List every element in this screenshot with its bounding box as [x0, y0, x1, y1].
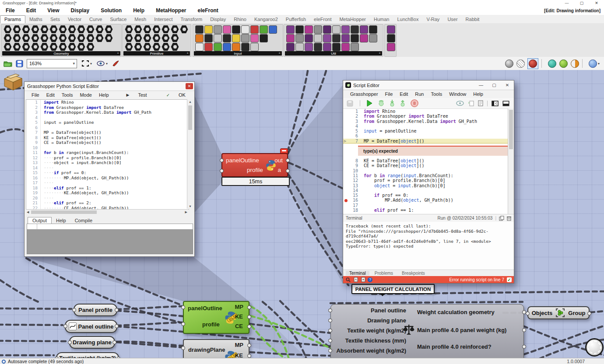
toolbar-icon[interactable]	[314, 25, 322, 34]
toolbar-icon[interactable]	[332, 34, 341, 42]
toolbar-icon[interactable]	[295, 25, 304, 34]
code-line[interactable]: 16 MP.Add(object, GH_Path(b))	[343, 198, 509, 203]
tab-kangaroo2[interactable]: Kangaroo2	[250, 16, 282, 23]
toolbar-icon[interactable]	[232, 25, 240, 34]
v-scrollbar[interactable]	[508, 108, 514, 214]
step-out-icon[interactable]	[400, 100, 406, 107]
gutter[interactable]: 11	[343, 173, 361, 178]
output-tab-help[interactable]: Help	[52, 217, 70, 224]
code-line[interactable]: 12 prof = profile.Branch(b)[0]	[343, 178, 509, 183]
toolbar-icon[interactable]	[171, 34, 179, 42]
minimize-button[interactable]: —	[559, 1, 574, 5]
toolbar-icon[interactable]	[68, 34, 76, 42]
toolbar-icon[interactable]	[241, 25, 249, 34]
toolbar-icon[interactable]	[77, 25, 85, 34]
input-port[interactable]	[328, 329, 332, 332]
restart-icon[interactable]	[378, 100, 385, 107]
toolbar-icon[interactable]	[22, 34, 30, 42]
code-line[interactable]: 4	[26, 115, 189, 120]
output-port[interactable]	[247, 315, 251, 319]
ghpython-component-drawingplane[interactable]: drawingPlane OLD MP KE	[183, 339, 249, 358]
output-port[interactable]	[522, 328, 526, 332]
preview-green-icon[interactable]	[559, 60, 568, 68]
input-port[interactable]	[220, 158, 224, 162]
toolbar-icon[interactable]	[31, 25, 39, 34]
code-line[interactable]: 21····elif prof == 2:	[26, 200, 189, 206]
toolbar-icon[interactable]	[77, 43, 85, 51]
tab-display[interactable]: Display	[206, 16, 230, 23]
tab-user[interactable]: User	[443, 16, 461, 23]
toolbar-icon[interactable]	[59, 34, 67, 42]
output-tab-compile[interactable]: Compile	[70, 217, 97, 224]
toolbar-icon[interactable]	[332, 43, 341, 51]
toolbar-icon[interactable]	[351, 43, 359, 51]
gutter[interactable]: 17	[343, 203, 361, 208]
code-line[interactable]: 2from Grasshopper import DataTree	[26, 105, 189, 110]
wire[interactable]	[116, 322, 182, 326]
stop-icon[interactable]	[411, 99, 418, 107]
code-line[interactable]: 10	[26, 145, 189, 150]
gutter[interactable]: 16	[343, 198, 361, 203]
wire[interactable]	[0, 341, 67, 341]
toolbar-icon[interactable]	[195, 34, 204, 42]
gutter[interactable]: 4	[343, 124, 361, 129]
toolbar-icon[interactable]	[369, 25, 377, 34]
menu-view[interactable]: View	[42, 7, 65, 14]
menu-window[interactable]: Window	[446, 91, 470, 97]
toolbar-icon[interactable]	[351, 25, 359, 34]
custom-preview-selected[interactable]	[527, 58, 538, 69]
wire[interactable]	[590, 311, 604, 312]
preview-eye-icon[interactable]: ▾	[96, 60, 108, 66]
toolbar-icon[interactable]	[77, 34, 85, 42]
input-port[interactable]	[72, 308, 76, 312]
tab-params[interactable]: Params	[0, 15, 25, 23]
ribbon-expand-icon[interactable]: +	[186, 51, 189, 55]
input-port[interactable]	[220, 169, 224, 173]
wire[interactable]	[0, 129, 25, 133]
menu-help[interactable]: Help	[95, 92, 112, 98]
code-line[interactable]: 2from Grasshopper import DataTree	[343, 114, 509, 119]
tab-maths[interactable]: Maths	[25, 16, 46, 23]
toolbar-icon[interactable]	[4, 43, 12, 51]
code-line[interactable]: 6	[343, 133, 509, 138]
toolbar-icon[interactable]	[59, 43, 67, 51]
toolbar-icon[interactable]	[40, 34, 49, 42]
toolbar-icon[interactable]	[95, 34, 104, 42]
code-line[interactable]: 4	[343, 124, 509, 129]
terminal-tab-problems[interactable]: Problems	[371, 271, 397, 276]
toolbar-icon[interactable]	[4, 34, 12, 42]
tab-intersect[interactable]: Intersect	[150, 16, 176, 23]
toolbar-icon[interactable]	[305, 43, 313, 51]
code-line[interactable]: 5input = panelOutline	[343, 129, 509, 133]
toolbar-icon[interactable]	[241, 43, 249, 51]
toolbar-icon[interactable]	[223, 43, 231, 51]
tab-elefront[interactable]: eleFront	[310, 16, 335, 23]
close-button[interactable]: ✕	[589, 1, 604, 5]
toolbar-icon[interactable]	[195, 43, 204, 51]
input-port[interactable]	[328, 308, 332, 312]
menu-solution[interactable]: Solution	[95, 7, 127, 14]
toolbar-icon[interactable]	[286, 25, 295, 34]
script-editor-window[interactable]: Script Editor — ▢ ✕ GrasshopperFileEditR…	[343, 80, 514, 284]
sketch-pen-icon[interactable]	[112, 60, 120, 67]
gutter[interactable]: 3	[343, 119, 361, 124]
toolbar-icon[interactable]	[332, 25, 341, 34]
toolbar-icon[interactable]	[162, 43, 170, 51]
toolbar-icon[interactable]	[134, 34, 142, 42]
code-line[interactable]: 12····prof = profile.Branch(b)[0]	[26, 155, 189, 161]
window-title-bar[interactable]: Grasshopper Python Script Editor ✕	[25, 82, 194, 91]
code-line[interactable]: 6	[26, 125, 189, 130]
compass-widget[interactable]	[585, 338, 604, 357]
menu-run[interactable]: Run	[411, 91, 427, 97]
code-line[interactable]: 16········MP.Add(object, GH_Path(b))	[26, 175, 189, 181]
gutter[interactable]: 13	[343, 183, 361, 188]
python-script-editor-window[interactable]: Grasshopper Python Script Editor ✕ FileE…	[24, 81, 195, 257]
wire[interactable]	[0, 308, 71, 309]
toolbar-icon[interactable]	[143, 34, 151, 42]
toolbar-icon[interactable]	[204, 25, 213, 34]
toolbar-icon[interactable]	[4, 25, 12, 34]
toolbar-icon[interactable]	[13, 43, 21, 51]
toolbar-icon[interactable]	[341, 43, 350, 51]
input-port[interactable]	[68, 340, 72, 344]
code-line[interactable]: 5input = panelOutline	[26, 120, 189, 125]
